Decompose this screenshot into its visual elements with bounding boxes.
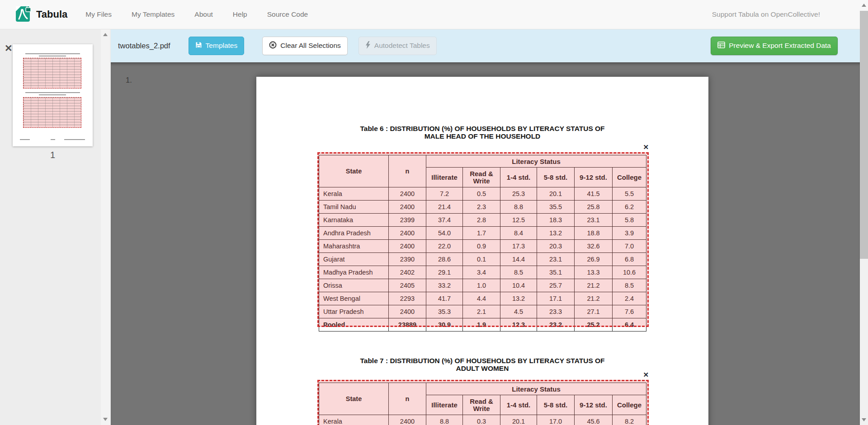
autodetect-tables-button[interactable]: Autodetect Tables — [359, 37, 437, 55]
table6-title: Table 6 : DISTRIBUTION (%) OF HOUSEHOLDS… — [256, 125, 708, 140]
pdf-page[interactable]: Table 6 : DISTRIBUTION (%) OF HOUSEHOLDS… — [256, 77, 708, 425]
thumb-footer-text — [64, 139, 85, 140]
selection-box-table7[interactable]: ✕ — [317, 380, 649, 425]
preview-export-button[interactable]: Preview & Export Extracted Data — [711, 37, 838, 55]
thumb-footer-text — [51, 139, 55, 140]
app-brand[interactable]: Tabula — [15, 5, 67, 24]
nav-links: My Files My Templates About Help Source … — [85, 10, 308, 19]
preview-export-label: Preview & Export Extracted Data — [729, 42, 831, 50]
app-title: Tabula — [36, 9, 67, 20]
scroll-down-arrow-icon[interactable] — [103, 418, 108, 421]
templates-button-label: Templates — [206, 42, 238, 50]
save-template-icon — [195, 42, 202, 50]
sidebar-scrollbar[interactable] — [101, 29, 110, 425]
support-link[interactable]: Support Tabula on OpenCollective! — [712, 10, 820, 19]
thumb-title-line — [25, 53, 80, 54]
thumb-title-line — [39, 56, 66, 56]
navbar: Tabula My Files My Templates About Help … — [0, 0, 860, 29]
thumbnail-selection-1 — [23, 58, 81, 89]
nav-source-code[interactable]: Source Code — [267, 10, 308, 19]
clear-all-selections-button[interactable]: Clear All Selections — [262, 37, 348, 55]
thumb-title-line — [25, 92, 80, 93]
thumb-footer-text — [20, 139, 30, 140]
page-ordinal-label: 1. — [126, 76, 132, 84]
window-scrollbar[interactable] — [860, 0, 868, 425]
thumbnail-page-number: 1 — [13, 150, 93, 160]
scrollbar-thumb[interactable] — [860, 11, 868, 259]
autodetect-tables-label: Autodetect Tables — [374, 42, 430, 50]
pdf-viewer-canvas[interactable]: 1. Table 6 : DISTRIBUTION (%) OF HOUSEHO… — [111, 62, 860, 425]
tabula-logo-icon — [15, 5, 32, 24]
table7-title: Table 7 : DISTRIBUTION (%) OF HOUSEHOLDS… — [256, 357, 708, 372]
circle-x-icon — [269, 41, 277, 51]
scroll-up-arrow-icon[interactable] — [862, 4, 866, 7]
thumbnail-selection-2 — [23, 97, 81, 128]
scroll-up-arrow-icon[interactable] — [103, 33, 108, 36]
clear-all-selections-label: Clear All Selections — [280, 42, 341, 50]
nav-my-templates[interactable]: My Templates — [132, 10, 175, 19]
scroll-down-arrow-icon[interactable] — [862, 418, 866, 421]
remove-file-close-icon[interactable]: ✕ — [5, 43, 13, 53]
selection-box-table6[interactable]: ✕ — [317, 152, 649, 327]
nav-about[interactable]: About — [194, 10, 213, 19]
table-grid-icon — [717, 42, 725, 50]
lightning-bolt-icon — [365, 41, 371, 51]
thumb-title-line — [39, 94, 66, 95]
templates-button[interactable]: Templates — [189, 37, 245, 55]
selection-close-icon[interactable]: ✕ — [643, 371, 649, 378]
filename-label: twotables_2.pdf — [118, 42, 170, 50]
nav-my-files[interactable]: My Files — [85, 10, 112, 19]
selection-close-icon[interactable]: ✕ — [643, 144, 649, 150]
toolbar: twotables_2.pdf Templates Clear All Sele… — [111, 29, 860, 62]
nav-help[interactable]: Help — [233, 10, 247, 19]
page-thumbnail-sidebar: ✕ 1 — [0, 29, 111, 425]
page-thumbnail[interactable] — [13, 44, 93, 146]
